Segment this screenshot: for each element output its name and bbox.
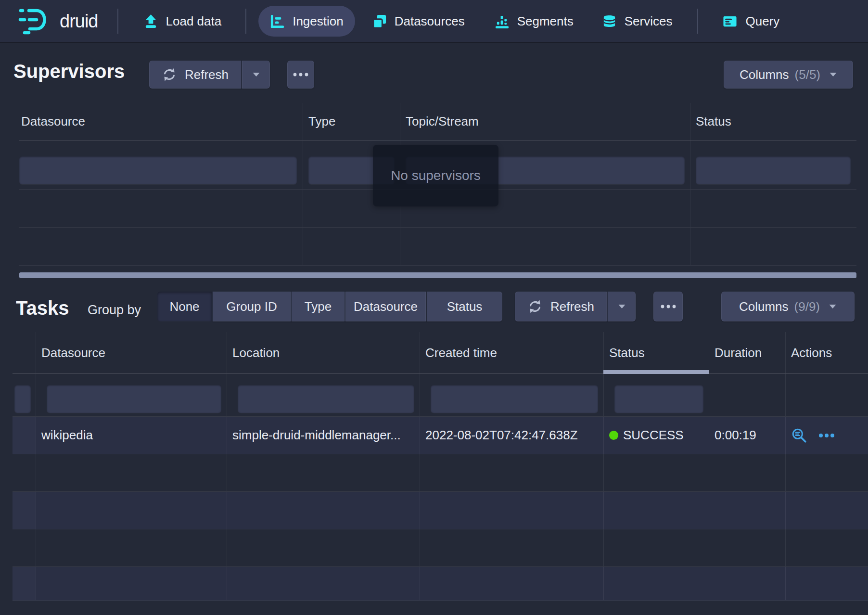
table-row [13, 529, 868, 567]
task-actions [785, 417, 868, 454]
datasource-filter-input[interactable] [19, 156, 297, 184]
group-by-type-button[interactable]: Type [292, 292, 345, 321]
druid-logo-icon [18, 7, 54, 36]
nav-item-segments[interactable]: Segments [495, 6, 574, 37]
nav-item-ingestion[interactable]: Ingestion [258, 6, 355, 37]
status-filter-input[interactable] [614, 385, 703, 413]
view-details-icon[interactable] [791, 427, 807, 444]
datasources-icon [372, 14, 387, 29]
refresh-label: Refresh [550, 299, 594, 314]
column-header-type[interactable]: Type [303, 103, 400, 140]
nav-item-query[interactable]: Query [722, 6, 779, 37]
nav-item-label: Services [625, 14, 673, 29]
supervisors-title: Supervisors [13, 61, 125, 82]
tasks-refresh-caret-button[interactable] [607, 292, 636, 321]
column-header-duration[interactable]: Duration [709, 332, 785, 373]
created-time-filter-input[interactable] [431, 385, 598, 413]
column-header-actions[interactable]: Actions [785, 332, 868, 373]
task-status[interactable]: SUCCESS [603, 417, 709, 454]
nav-item-label: Ingestion [293, 14, 344, 29]
tasks-filter-row [13, 374, 868, 417]
column-header-datasource[interactable]: Datasource [19, 103, 303, 140]
column-header-status-sorted[interactable]: Status [603, 332, 709, 373]
supervisors-refresh-caret-button[interactable] [241, 61, 270, 89]
group-by-datasource-button[interactable]: Datasource [345, 292, 427, 321]
chevron-down-icon [252, 72, 260, 77]
location-filter-input[interactable] [238, 385, 414, 413]
supervisors-columns-button[interactable]: Columns (5/5) [724, 61, 853, 89]
table-row [13, 567, 868, 601]
tasks-refresh-split-button: Refresh [515, 292, 636, 321]
supervisors-refresh-button[interactable]: Refresh [149, 61, 241, 89]
status-filter-input[interactable] [696, 156, 851, 184]
group-by-group-id-button[interactable]: Group ID [213, 292, 292, 321]
columns-label: Columns [740, 67, 789, 82]
column-header-blank [13, 332, 36, 373]
segments-icon [495, 14, 510, 29]
supervisors-refresh-split-button: Refresh [149, 61, 270, 89]
column-header-topic-stream[interactable]: Topic/Stream [400, 103, 690, 140]
group-by-none-button[interactable]: None [157, 292, 213, 321]
chevron-down-icon [618, 304, 626, 309]
frozen-column-filter-input[interactable] [14, 385, 31, 413]
task-row-wikipedia: wikipedia simple-druid-middlemanager... … [13, 417, 868, 454]
druid-console: druid Load data Ingestio [0, 0, 868, 615]
more-icon [660, 304, 677, 309]
upload-icon [143, 14, 158, 29]
column-header-datasource[interactable]: Datasource [36, 332, 227, 373]
refresh-icon [162, 67, 177, 82]
nav-item-label: Segments [517, 14, 574, 29]
services-icon [602, 13, 617, 29]
tasks-columns-button[interactable]: Columns (9/9) [721, 292, 855, 321]
nav-divider [697, 9, 698, 34]
supervisors-more-button[interactable] [287, 61, 314, 89]
more-icon [293, 72, 309, 77]
group-by-button-group: None Group ID Type Datasource Status [157, 292, 502, 321]
row-more-actions-icon[interactable] [818, 433, 835, 438]
horizontal-scrollbar[interactable] [19, 272, 856, 278]
tasks-title: Tasks [16, 297, 69, 319]
nav-item-services[interactable]: Services [602, 6, 673, 37]
refresh-label: Refresh [185, 67, 229, 82]
no-supervisors-message: No supervisors [391, 168, 481, 183]
nav-item-load-data[interactable]: Load data [143, 6, 222, 37]
chevron-down-icon [829, 304, 837, 309]
top-nav: druid Load data Ingestio [0, 0, 868, 42]
column-header-location[interactable]: Location [227, 332, 420, 373]
success-dot-icon [609, 431, 618, 440]
column-header-status[interactable]: Status [690, 103, 856, 140]
logo-wordmark: druid [60, 11, 98, 32]
columns-count: (5/5) [795, 67, 820, 82]
druid-logo[interactable]: druid [18, 7, 98, 36]
nav-item-datasources[interactable]: Datasources [372, 6, 465, 37]
columns-label: Columns [739, 299, 789, 314]
task-datasource[interactable]: wikipedia [36, 417, 227, 454]
status-text: SUCCESS [623, 428, 684, 443]
query-icon [722, 14, 738, 29]
ingestion-icon [270, 14, 285, 29]
nav-divider [245, 9, 246, 34]
supervisors-header-row: Datasource Type Topic/Stream Status [19, 103, 856, 141]
tasks-header-row: Datasource Location Created time Status … [13, 332, 868, 374]
tasks-refresh-button[interactable]: Refresh [515, 292, 607, 321]
nav-item-label: Query [745, 14, 779, 29]
tasks-table: Datasource Location Created time Status … [13, 332, 868, 601]
nav-divider [117, 9, 118, 34]
table-row [13, 492, 868, 529]
tasks-more-button[interactable] [653, 292, 683, 321]
group-by-label: Group by [88, 303, 141, 318]
task-location[interactable]: simple-druid-middlemanager... [227, 417, 420, 454]
table-row [13, 454, 868, 492]
columns-count: (9/9) [794, 299, 820, 314]
datasource-filter-input[interactable] [47, 385, 221, 413]
nav-item-label: Datasources [395, 14, 465, 29]
column-header-created-time[interactable]: Created time [420, 332, 603, 373]
nav-item-label: Load data [166, 14, 222, 29]
group-by-status-button[interactable]: Status [427, 292, 502, 321]
refresh-icon [527, 299, 543, 314]
no-supervisors-overlay: No supervisors [373, 145, 498, 206]
chevron-down-icon [829, 72, 837, 77]
table-row [19, 228, 856, 266]
task-duration: 0:00:19 [709, 417, 785, 454]
task-created-time[interactable]: 2022-08-02T07:42:47.638Z [420, 417, 603, 454]
